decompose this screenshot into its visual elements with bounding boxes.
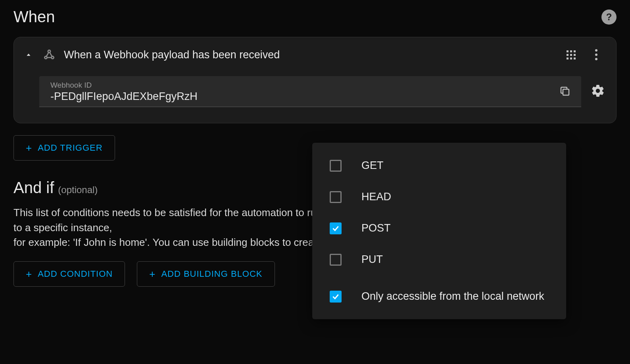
checkbox-head[interactable] <box>330 191 342 203</box>
plus-icon: + <box>26 269 32 279</box>
method-post-label: POST <box>361 222 391 234</box>
checkbox-post[interactable] <box>330 222 342 234</box>
webhook-id-input[interactable] <box>50 90 556 103</box>
add-trigger-button[interactable]: + ADD TRIGGER <box>13 135 115 161</box>
svg-rect-3 <box>563 89 569 95</box>
webhook-icon <box>42 48 56 61</box>
add-building-block-button[interactable]: + ADD BUILDING BLOCK <box>137 261 275 287</box>
add-condition-button[interactable]: + ADD CONDITION <box>13 261 125 287</box>
method-get-item[interactable]: GET <box>312 150 566 181</box>
method-put-item[interactable]: PUT <box>312 244 566 275</box>
add-trigger-label: ADD TRIGGER <box>38 143 102 153</box>
webhook-id-label: Webhook ID <box>50 81 556 90</box>
help-icon[interactable]: ? <box>601 10 617 25</box>
andif-section-title: And if <box>13 179 54 197</box>
when-section-title: When <box>13 8 55 26</box>
method-head-label: HEAD <box>361 191 391 203</box>
chevron-up-icon[interactable] <box>23 49 35 61</box>
svg-point-2 <box>51 56 54 59</box>
method-put-label: PUT <box>361 253 383 266</box>
more-menu-icon[interactable] <box>588 46 605 63</box>
trigger-card: When a Webhook payload has been received… <box>13 37 617 123</box>
local-only-label: Only accessible from the local network <box>361 290 544 303</box>
plus-icon: + <box>26 143 32 153</box>
plus-icon: + <box>149 269 156 279</box>
checkbox-local-only[interactable] <box>330 291 342 303</box>
checkbox-get[interactable] <box>330 160 342 172</box>
webhook-settings-popup: GET HEAD POST PUT Only accessible from t… <box>312 143 566 319</box>
add-building-block-label: ADD BUILDING BLOCK <box>161 269 262 279</box>
webhook-id-field[interactable]: Webhook ID <box>39 76 581 107</box>
method-head-item[interactable]: HEAD <box>312 181 566 213</box>
local-only-item[interactable]: Only accessible from the local network <box>312 281 566 312</box>
trigger-title: When a Webhook payload has been received <box>64 49 554 61</box>
copy-icon[interactable] <box>556 82 574 102</box>
method-post-item[interactable]: POST <box>312 213 566 244</box>
checkbox-put[interactable] <box>330 254 342 266</box>
andif-optional-label: (optional) <box>58 184 98 195</box>
svg-point-0 <box>48 50 50 52</box>
method-get-label: GET <box>361 159 384 172</box>
svg-point-1 <box>44 56 47 59</box>
add-condition-label: ADD CONDITION <box>38 269 113 279</box>
gear-icon[interactable] <box>591 84 605 100</box>
drag-handle-icon[interactable] <box>562 46 580 63</box>
